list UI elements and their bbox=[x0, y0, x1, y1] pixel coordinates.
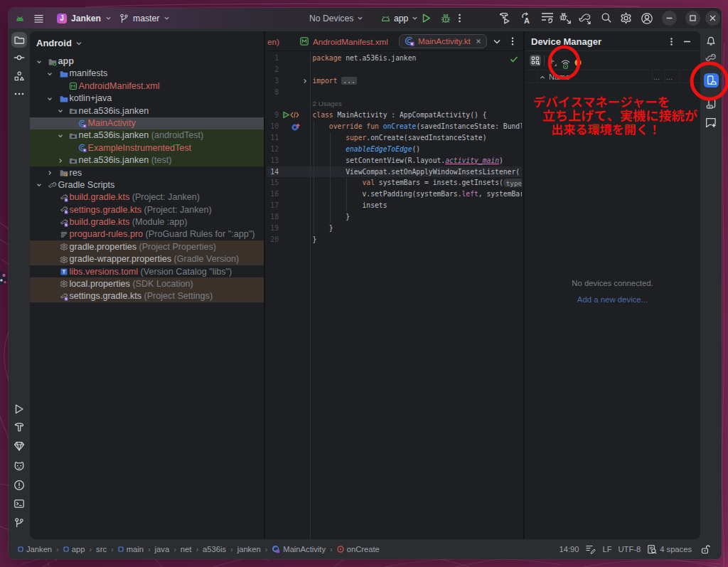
tool-stripe-notifications-icon[interactable] bbox=[705, 35, 717, 46]
caret-position-widget[interactable]: 14:90 bbox=[559, 545, 579, 553]
tree-item-gradle-wrapper-properties[interactable]: gradle-wrapper.properties (Gradle Versio… bbox=[30, 253, 264, 265]
editor-tab-partial[interactable]: en) bbox=[267, 31, 279, 51]
line-ending-widget[interactable]: LF bbox=[602, 545, 611, 553]
tree-item-androidmanifest-xml[interactable]: AndroidManifest.xml bbox=[30, 80, 264, 92]
tree-item-res[interactable]: res bbox=[30, 166, 264, 179]
more-actions-icon[interactable] bbox=[455, 14, 464, 23]
run-configuration-selector[interactable]: app bbox=[381, 14, 418, 23]
tree-expanded-chevron-icon[interactable] bbox=[46, 70, 53, 78]
tree-item-gradle-scripts[interactable]: Gradle Scripts bbox=[30, 179, 264, 191]
run-button[interactable] bbox=[421, 13, 432, 23]
tree-item-mainactivity[interactable]: MainActivity bbox=[30, 117, 264, 129]
vcs-branch-widget[interactable]: master bbox=[119, 14, 170, 23]
breadcrumb-oncreate[interactable]: onCreate bbox=[337, 545, 380, 553]
tree-item-net-a536is-janken[interactable]: net.a536is.janken (androidTest) bbox=[30, 129, 264, 142]
account-icon[interactable] bbox=[641, 12, 653, 25]
project-widget[interactable]: J Janken bbox=[57, 14, 112, 23]
breadcrumb-a536is[interactable]: a536is bbox=[203, 545, 226, 553]
editor-options-icon[interactable] bbox=[508, 37, 517, 46]
tree-item-net-a536is-janken[interactable]: net.a536is.janken bbox=[30, 105, 264, 117]
attach-debugger-icon[interactable] bbox=[558, 11, 572, 25]
tool-stripe-running-devices-icon[interactable] bbox=[705, 98, 717, 110]
device-view-mode-button[interactable] bbox=[530, 55, 541, 66]
tool-stripe-version-control-icon[interactable] bbox=[14, 517, 25, 529]
add-new-device-link[interactable]: Add a new device... bbox=[525, 295, 700, 304]
breadcrumb-main[interactable]: main bbox=[118, 545, 144, 553]
tree-item-app[interactable]: app bbox=[30, 55, 264, 68]
tree-item-gradle-properties[interactable]: gradle.properties (Project Properties) bbox=[30, 240, 264, 253]
breadcrumb-src[interactable]: src bbox=[96, 545, 107, 553]
indent-widget[interactable]: 4 spaces bbox=[647, 544, 692, 554]
breadcrumb-mainactivity[interactable]: MainActivity bbox=[272, 545, 326, 553]
close-button[interactable] bbox=[705, 11, 720, 26]
hidden-tabs-chevron-icon[interactable] bbox=[493, 38, 501, 46]
tool-stripe-device-manager-button[interactable] bbox=[704, 73, 719, 88]
folded-imports[interactable]: ... bbox=[341, 77, 357, 85]
breadcrumb-app[interactable]: app bbox=[63, 545, 85, 553]
breadcrumb-java[interactable]: java bbox=[155, 545, 170, 553]
tree-item-proguard-rules-pro[interactable]: proguard-rules.pro (ProGuard Rules for "… bbox=[30, 228, 264, 240]
tree-collapsed-chevron-icon[interactable] bbox=[46, 169, 53, 176]
more-vertical-icon[interactable] bbox=[667, 37, 676, 46]
editor-tab-mainactivity[interactable]: MainActivity.kt bbox=[399, 34, 487, 49]
tool-stripe-build-icon[interactable] bbox=[14, 421, 25, 433]
gutter-related-xml-icon[interactable] bbox=[290, 111, 299, 119]
tree-collapsed-chevron-icon[interactable] bbox=[57, 157, 64, 164]
tree-item-manifests[interactable]: manifests bbox=[30, 68, 264, 80]
add-device-icon[interactable] bbox=[548, 58, 557, 66]
tree-expanded-chevron-icon[interactable] bbox=[36, 181, 43, 189]
device-selector[interactable]: No Devices bbox=[309, 14, 363, 23]
minimize-button[interactable] bbox=[662, 11, 677, 26]
tree-item-net-a536is-janken[interactable]: net.a536is.janken (test) bbox=[30, 154, 264, 166]
tool-stripe-problems-icon[interactable] bbox=[14, 479, 25, 491]
encoding-widget[interactable]: UTF-8 bbox=[619, 545, 641, 553]
tool-stripe-commit-icon[interactable] bbox=[14, 52, 25, 63]
gradle-sync-icon[interactable] bbox=[578, 12, 592, 25]
tree-item-settings-gradle-kts[interactable]: settings.gradle.kts (Project: Janken) bbox=[30, 203, 264, 216]
reservation-icon[interactable] bbox=[574, 59, 582, 66]
tool-stripe-app-quality-insights-icon[interactable] bbox=[14, 440, 25, 452]
tree-expanded-chevron-icon[interactable] bbox=[46, 95, 53, 102]
breadcrumb-net[interactable]: net bbox=[181, 545, 192, 553]
tool-stripe-terminal-icon[interactable] bbox=[14, 498, 25, 509]
pair-wifi-icon[interactable] bbox=[560, 59, 571, 70]
breadcrumb-janken[interactable]: janken bbox=[237, 545, 261, 553]
tool-stripe-more-tools-icon[interactable] bbox=[14, 88, 25, 100]
tool-stripe-structure-icon[interactable] bbox=[14, 70, 25, 82]
inspection-ok-icon[interactable] bbox=[510, 55, 518, 63]
search-everywhere-icon[interactable] bbox=[601, 12, 612, 23]
gutter-overrides-icon[interactable] bbox=[291, 122, 300, 132]
tool-stripe-logcat-icon[interactable] bbox=[14, 460, 25, 472]
hide-panel-icon[interactable] bbox=[682, 37, 692, 46]
tree-item-build-gradle-kts[interactable]: build.gradle.kts (Module :app) bbox=[30, 216, 264, 228]
tree-item-build-gradle-kts[interactable]: build.gradle.kts (Project: Janken) bbox=[30, 191, 264, 203]
tool-stripe-run-icon[interactable] bbox=[14, 403, 25, 415]
tool-stripe-project-button[interactable] bbox=[11, 32, 27, 48]
tree-item-kotlin-java[interactable]: kotlin+java bbox=[30, 92, 264, 105]
maximize-button[interactable] bbox=[685, 11, 700, 26]
tree-item-settings-gradle-kts[interactable]: settings.gradle.kts (Project Settings) bbox=[30, 290, 264, 302]
settings-icon[interactable] bbox=[620, 12, 632, 24]
tree-item-libs-versions-toml[interactable]: libs.versions.toml (Version Catalog "lib… bbox=[30, 265, 264, 277]
tool-stripe-gradle-icon[interactable] bbox=[705, 52, 717, 64]
main-menu-icon[interactable] bbox=[34, 14, 44, 23]
build-variants-icon[interactable] bbox=[541, 12, 554, 24]
tree-expanded-chevron-icon[interactable] bbox=[57, 107, 64, 115]
breadcrumb-janken[interactable]: Janken bbox=[18, 545, 52, 553]
tree-item-local-properties[interactable]: local.properties (SDK Location) bbox=[30, 277, 264, 290]
inlay-settings-icon[interactable] bbox=[585, 544, 596, 554]
debug-button[interactable] bbox=[440, 13, 451, 24]
tree-item-exampleinstrumentedtest[interactable]: ExampleInstrumentedTest bbox=[30, 142, 264, 154]
tree-expanded-chevron-icon[interactable] bbox=[36, 58, 43, 65]
lock-unlocked-icon[interactable] bbox=[700, 544, 710, 554]
build-run-icon[interactable] bbox=[498, 11, 513, 25]
tool-stripe-gemini-icon[interactable] bbox=[705, 117, 717, 128]
close-tab-icon[interactable] bbox=[475, 38, 482, 45]
gutter-run-class-icon[interactable] bbox=[282, 111, 290, 119]
editor-tab-androidmanifest[interactable]: AndroidManifest.xml bbox=[299, 31, 388, 51]
code-editor[interactable]: 1package net.a536is.janken23import ...82… bbox=[267, 51, 522, 539]
fold-chevron-icon[interactable] bbox=[301, 78, 309, 85]
device-table-header[interactable]: Name ... ... bbox=[525, 70, 700, 83]
tree-expanded-chevron-icon[interactable] bbox=[57, 132, 64, 139]
project-view-selector[interactable]: Android bbox=[36, 31, 82, 55]
